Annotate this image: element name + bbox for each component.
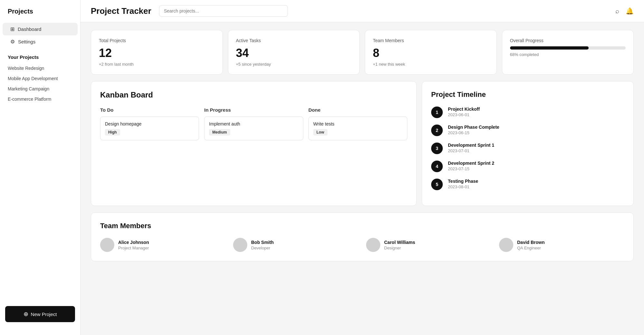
timeline-circle: 5: [431, 179, 443, 190]
main-content: Total Projects12+2 from last monthActive…: [80, 22, 644, 269]
member-info: Alice JohnsonProject Manager: [118, 240, 149, 250]
kanban-column-in-progress: In ProgressImplement authMedium: [204, 107, 303, 140]
search-icon[interactable]: ⌕: [615, 7, 619, 15]
member-name: David Brown: [517, 240, 545, 245]
sidebar-item-settings[interactable]: ⚙Settings: [3, 35, 78, 48]
progress-bar-bg: [510, 46, 626, 50]
team-grid: Alice JohnsonProject ManagerBob SmithDev…: [100, 238, 624, 252]
plus-icon: ⊕: [24, 311, 28, 318]
team-member: Bob SmithDeveloper: [233, 238, 358, 252]
notification-icon[interactable]: 🔔: [626, 7, 634, 15]
member-name: Carol Williams: [384, 240, 415, 245]
sidebar-item-label-settings: Settings: [18, 39, 35, 44]
sidebar-project-website-redesign[interactable]: Website Redesign: [0, 63, 80, 73]
team-member: Alice JohnsonProject Manager: [100, 238, 225, 252]
stat-card-overall-progress: Overall Progress68% completed: [502, 30, 634, 75]
sidebar-logo: Projects: [0, 8, 80, 23]
kanban-col-header-done: Done: [308, 107, 407, 113]
stat-value: 8: [373, 46, 489, 60]
new-project-button[interactable]: ⊕ New Project: [5, 306, 75, 322]
stat-value: 34: [236, 46, 352, 60]
timeline-circle: 4: [431, 161, 443, 172]
kanban-column-done: DoneWrite testsLow: [308, 107, 407, 140]
stat-card-team-members: Team Members8+1 new this week: [365, 30, 497, 75]
timeline-item-5: 5Testing Phase2023-08-01: [431, 179, 624, 190]
kanban-task-name: Design homepage: [105, 121, 194, 126]
sidebar-bottom: ⊕ New Project: [0, 301, 80, 327]
progress-bar-fill: [510, 46, 589, 50]
timeline-item-4: 4Development Sprint 22023-07-15: [431, 161, 624, 172]
new-project-label: New Project: [31, 312, 57, 317]
timeline-circle: 1: [431, 107, 443, 118]
kanban-task[interactable]: Design homepageHigh: [100, 116, 199, 140]
timeline-event-name: Development Sprint 2: [448, 161, 494, 166]
member-role: Designer: [384, 246, 415, 250]
sidebar-item-dashboard[interactable]: ⊞Dashboard: [3, 23, 78, 35]
member-role: Project Manager: [118, 246, 149, 250]
kanban-col-header-in-progress: In Progress: [204, 107, 303, 113]
avatar: [233, 238, 247, 252]
avatar: [499, 238, 513, 252]
stat-label: Team Members: [373, 38, 489, 43]
header-icons: ⌕ 🔔: [615, 7, 634, 15]
kanban-columns: To DoDesign homepageHighIn ProgressImple…: [100, 107, 407, 140]
kanban-board: Kanban Board To DoDesign homepageHighIn …: [91, 81, 417, 206]
avatar: [366, 238, 380, 252]
member-info: Bob SmithDeveloper: [251, 240, 274, 250]
stat-sub: +5 since yesterday: [236, 62, 352, 67]
timeline-event-name: Project Kickoff: [448, 107, 480, 112]
stat-sub: +1 new this week: [373, 62, 489, 67]
sidebar-project-mobile-app[interactable]: Mobile App Development: [0, 73, 80, 84]
timeline-info: Project Kickoff2023-06-01: [448, 107, 480, 117]
timeline-info: Design Phase Complete2023-06-15: [448, 125, 499, 135]
main-area: Project Tracker ⌕ 🔔 Total Projects12+2 f…: [80, 0, 644, 335]
stat-value: 12: [99, 46, 215, 60]
kanban-column-todo: To DoDesign homepageHigh: [100, 107, 199, 140]
timeline-event-date: 2023-08-01: [448, 184, 478, 189]
timeline-event-name: Design Phase Complete: [448, 125, 499, 130]
member-info: David BrownQA Engineer: [517, 240, 545, 250]
timeline-event-name: Testing Phase: [448, 179, 478, 184]
timeline-event-date: 2023-07-01: [448, 148, 494, 153]
stat-card-active-tasks: Active Tasks34+5 since yesterday: [228, 30, 360, 75]
member-name: Alice Johnson: [118, 240, 149, 245]
timeline-event-date: 2023-06-01: [448, 112, 480, 117]
kanban-task-badge: Medium: [209, 129, 230, 135]
timeline-event-name: Development Sprint 1: [448, 143, 494, 148]
kanban-col-header-todo: To Do: [100, 107, 199, 113]
member-role: QA Engineer: [517, 246, 545, 250]
kanban-task[interactable]: Implement authMedium: [204, 116, 303, 140]
gear-icon: ⚙: [10, 39, 15, 45]
timeline-info: Testing Phase2023-08-01: [448, 179, 478, 189]
grid-icon: ⊞: [10, 26, 14, 32]
sidebar-project-marketing[interactable]: Marketing Campaign: [0, 84, 80, 94]
search-input[interactable]: [159, 5, 288, 17]
kanban-task-name: Implement auth: [209, 121, 298, 126]
sidebar-project-ecommerce[interactable]: E-commerce Platform: [0, 94, 80, 104]
timeline-info: Development Sprint 22023-07-15: [448, 161, 494, 171]
your-projects-title: Your Projects: [0, 48, 80, 63]
stat-label: Active Tasks: [236, 38, 352, 43]
team-member: David BrownQA Engineer: [499, 238, 624, 252]
stat-card-total-projects: Total Projects12+2 from last month: [91, 30, 223, 75]
timeline-item-3: 3Development Sprint 12023-07-01: [431, 143, 624, 154]
member-role: Developer: [251, 246, 274, 250]
member-info: Carol WilliamsDesigner: [384, 240, 415, 250]
sidebar: Projects ⊞Dashboard⚙Settings Your Projec…: [0, 0, 80, 335]
project-timeline: Project Timeline 1Project Kickoff2023-06…: [422, 81, 634, 206]
stat-sub: +2 from last month: [99, 62, 215, 67]
timeline-item-2: 2Design Phase Complete2023-06-15: [431, 125, 624, 136]
stat-sub: 68% completed: [510, 52, 626, 57]
sidebar-item-label-dashboard: Dashboard: [18, 26, 41, 32]
team-title: Team Members: [100, 222, 624, 230]
kanban-task[interactable]: Write testsLow: [308, 116, 407, 140]
kanban-task-badge: Low: [313, 129, 327, 135]
timeline-circle: 2: [431, 125, 443, 136]
stat-label: Overall Progress: [510, 38, 626, 43]
header: Project Tracker ⌕ 🔔: [80, 0, 644, 22]
team-member: Carol WilliamsDesigner: [366, 238, 491, 252]
kanban-title: Kanban Board: [100, 90, 407, 99]
kanban-task-badge: High: [105, 129, 120, 135]
app-title: Project Tracker: [91, 6, 151, 16]
timeline-event-date: 2023-06-15: [448, 130, 499, 135]
